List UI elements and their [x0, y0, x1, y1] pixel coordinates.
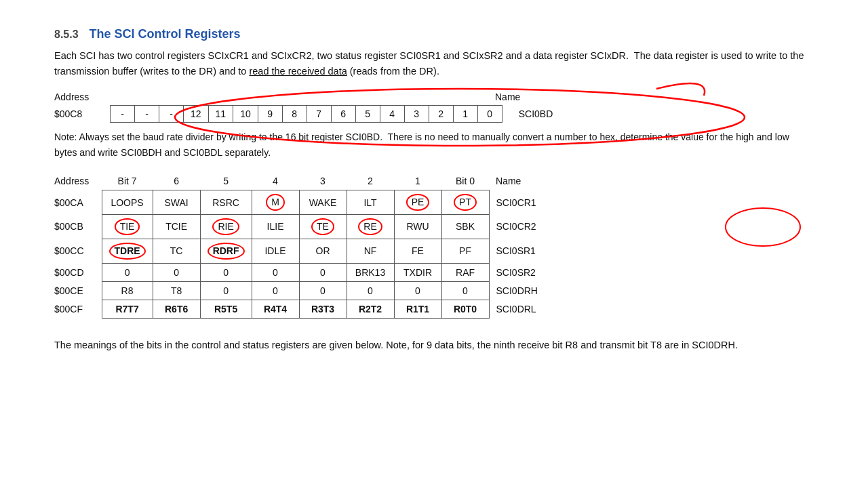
- cell-ilt: ILT: [347, 190, 394, 215]
- cell-idle: IDLE: [252, 239, 299, 263]
- cell-10: 10: [233, 106, 258, 123]
- col-header-1: 1: [394, 172, 441, 190]
- cell-r6t6: R6T6: [153, 300, 200, 318]
- col-header-address: Address: [54, 172, 102, 190]
- table-row-sci0sr1: $00CC TDRE TC RDRF IDLE OR NF FE PF SCI0…: [54, 239, 545, 263]
- cell-5: 5: [355, 106, 380, 123]
- cell-tc: TC: [153, 239, 200, 263]
- circle-m: M: [266, 194, 285, 211]
- addr-00ce: $00CE: [54, 281, 102, 300]
- cell-r3t3: R3T3: [299, 300, 347, 318]
- cell-swai: SWAI: [153, 190, 200, 215]
- col-header-6: 6: [153, 172, 200, 190]
- cell-r1t1: R1T1: [394, 300, 441, 318]
- cell-0-9: 0: [347, 281, 394, 300]
- cell-9: 9: [258, 106, 282, 123]
- name-sci0cr1: SCI0CR1: [489, 190, 545, 215]
- cell-0-1: 0: [102, 263, 153, 281]
- cell-0-6: 0: [200, 281, 252, 300]
- cell-t8: T8: [153, 281, 200, 300]
- name-sci0drh: SCI0DRH: [489, 281, 545, 300]
- table-row-sci0drh: $00CE R8 T8 0 0 0 0 0 0 SCI0DRH: [54, 281, 545, 300]
- table-row-sci0sr2: $00CD 0 0 0 0 0 BRK13 TXDIR RAF SCI0SR2: [54, 263, 545, 281]
- col-header-5: 5: [200, 172, 252, 190]
- first-register-table: - - - 12 11 10 9 8 7 6 5 4 3 2 1: [110, 105, 502, 123]
- cell-0-8: 0: [299, 281, 347, 300]
- col-header-bit0: Bit 0: [441, 172, 489, 190]
- addr-00cf: $00CF: [54, 300, 102, 318]
- cell-rdrf: RDRF: [200, 239, 252, 263]
- cell-tdre: TDRE: [102, 239, 153, 263]
- cell-dash1: -: [111, 106, 135, 123]
- cell-brk13: BRK13: [347, 263, 394, 281]
- cell-raf: RAF: [441, 263, 489, 281]
- circle-rdrf: RDRF: [208, 243, 245, 260]
- cell-0-3: 0: [200, 263, 252, 281]
- first-table-wrapper: Address Name $00C8 - - - 12 11 10 9 8: [54, 92, 814, 123]
- cell-tcie: TCIE: [153, 214, 200, 239]
- cell-re: RE: [347, 214, 394, 239]
- section-heading: 8.5.3 The SCI Control Registers: [54, 27, 814, 41]
- cell-r8: R8: [102, 281, 153, 300]
- cell-dash3: -: [159, 106, 184, 123]
- circle-re: RE: [358, 218, 382, 235]
- col-header-2: 2: [347, 172, 394, 190]
- col-header-name: Name: [489, 172, 545, 190]
- circle-rie: RIE: [212, 218, 239, 235]
- cell-6: 6: [331, 106, 355, 123]
- address-header-label: Address: [54, 92, 102, 102]
- name-sci0cr2: SCI0CR2: [489, 214, 545, 239]
- cell-7: 7: [307, 106, 331, 123]
- first-table-address: $00C8: [54, 108, 102, 119]
- table-row-sci0drl: $00CF R7T7 R6T6 R5T5 R4T4 R3T3 R2T2 R1T1…: [54, 300, 545, 318]
- cell-nf: NF: [347, 239, 394, 263]
- col-header-3: 3: [299, 172, 347, 190]
- svg-point-1: [726, 208, 800, 246]
- cell-r7t7: R7T7: [102, 300, 153, 318]
- first-table-row: - - - 12 11 10 9 8 7 6 5 4 3 2 1: [111, 106, 502, 123]
- cell-rwu: RWU: [394, 214, 441, 239]
- cell-pt: PT: [441, 190, 489, 215]
- cell-tie: TIE: [102, 214, 153, 239]
- addr-00cb: $00CB: [54, 214, 102, 239]
- cell-0-11: 0: [441, 281, 489, 300]
- circle-te: TE: [311, 218, 334, 235]
- page: 8.5.3 The SCI Control Registers Each SCI…: [0, 0, 868, 488]
- cell-r5t5: R5T5: [200, 300, 252, 318]
- name-sci0sr2: SCI0SR2: [489, 263, 545, 281]
- addr-00cd: $00CD: [54, 263, 102, 281]
- main-table-header-row: Address Bit 7 6 5 4 3 2 1 Bit 0 Name: [54, 172, 545, 190]
- bottom-paragraph: The meanings of the bits in the control …: [54, 338, 814, 353]
- section-num: 8.5.3: [54, 28, 79, 41]
- cell-ilie: ILIE: [252, 214, 299, 239]
- cell-11: 11: [208, 106, 233, 123]
- col-header-4: 4: [252, 172, 299, 190]
- underline-text: read the received data: [249, 66, 347, 77]
- cell-wake: WAKE: [299, 190, 347, 215]
- table-row-sci0cr1: $00CA LOOPS SWAI RSRC M WAKE ILT PE PT S…: [54, 190, 545, 215]
- name-header-label: Name: [495, 92, 520, 102]
- cell-8: 8: [282, 106, 307, 123]
- cell-m: M: [252, 190, 299, 215]
- cell-loops: LOOPS: [102, 190, 153, 215]
- cell-0-2: 0: [153, 263, 200, 281]
- cell-te: TE: [299, 214, 347, 239]
- cell-2: 2: [429, 106, 453, 123]
- name-sci0sr1: SCI0SR1: [489, 239, 545, 263]
- name-sci0drl: SCI0DRL: [489, 300, 545, 318]
- cell-dash2: -: [135, 106, 159, 123]
- cell-0: 0: [477, 106, 502, 123]
- addr-00ca: $00CA: [54, 190, 102, 215]
- table-row-sci0cr2: $00CB TIE TCIE RIE ILIE TE RE RWU SBK SC…: [54, 214, 545, 239]
- cell-3: 3: [404, 106, 429, 123]
- cell-sbk: SBK: [441, 214, 489, 239]
- main-register-table: Address Bit 7 6 5 4 3 2 1 Bit 0 Name $00…: [54, 172, 545, 318]
- circle-tdre: TDRE: [109, 243, 146, 260]
- cell-r2t2: R2T2: [347, 300, 394, 318]
- circle-pe: PE: [406, 194, 430, 211]
- section-title: The SCI Control Registers: [90, 27, 241, 41]
- cell-rsrc: RSRC: [200, 190, 252, 215]
- col-header-bit7: Bit 7: [102, 172, 153, 190]
- cell-0-5: 0: [299, 263, 347, 281]
- cell-r0t0: R0T0: [441, 300, 489, 318]
